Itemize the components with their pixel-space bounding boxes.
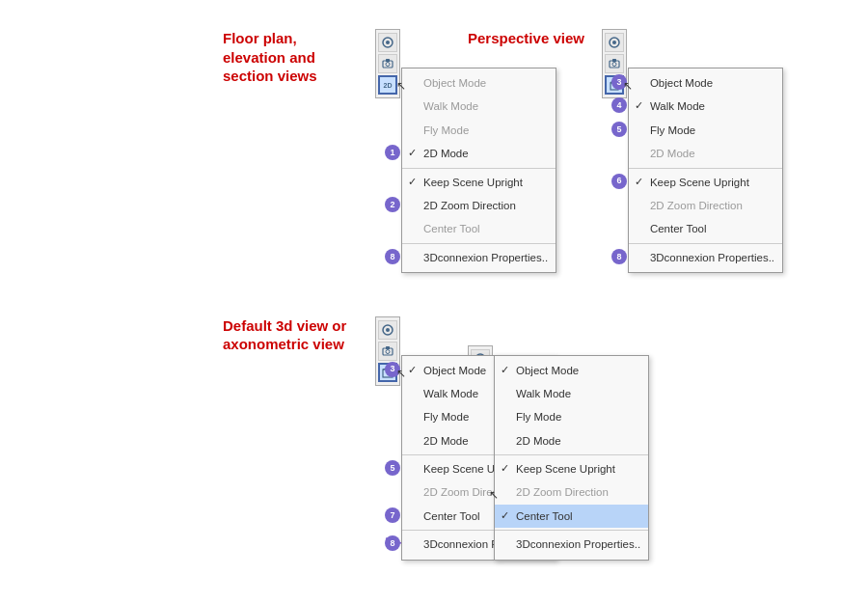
q2-label: Perspective view — [468, 29, 584, 48]
q3-label-container: Default 3d view or axonometric view ↖ — [223, 316, 400, 386]
q1-btn-top[interactable] — [378, 33, 397, 52]
q2-item-fly[interactable]: 5 Fly Mode — [629, 119, 782, 142]
q2-toolbar-area: ↖ 3 Object Mode 4 Walk Mode 5 Fly Mode 2… — [602, 29, 627, 98]
q3-btn-camera[interactable] — [378, 342, 397, 361]
q4-item-upright[interactable]: Keep Scene Upright — [495, 457, 648, 480]
q4-context-menu: Object Mode Walk Mode Fly Mode 2D Mode K… — [494, 355, 649, 561]
q2-btn-camera[interactable] — [605, 54, 624, 73]
q2-badge-5: 5 — [611, 122, 627, 137]
q3-toolbar-area: ↖ 3 Object Mode Walk Mode Fly Mode 2D Mo… — [375, 316, 400, 386]
q1-cursor: ↖ — [396, 79, 406, 93]
q3-badge-5: 5 — [385, 460, 400, 476]
main-container: Floor plan, elevation and section views … — [0, 0, 868, 603]
q3-badge-8: 8 — [385, 535, 400, 551]
svg-point-8 — [612, 63, 616, 67]
q2-item-2d[interactable]: 2D Mode — [629, 142, 782, 165]
svg-rect-9 — [612, 59, 616, 62]
q4-cursor: ↖ — [489, 488, 499, 502]
q2-cursor: ↖ — [623, 79, 633, 93]
q2-item-props[interactable]: 8 3Dconnexion Properties.. — [629, 246, 782, 269]
q1-item-fly[interactable]: Fly Mode — [402, 119, 556, 142]
q4-item-zoom[interactable]: 2D Zoom Direction — [495, 480, 648, 504]
q3-badge-7: 7 — [385, 507, 400, 523]
quadrant-3d: Default 3d view or axonometric view ↖ — [19, 307, 429, 585]
q4-item-fly[interactable]: Fly Mode — [495, 405, 648, 428]
q1-btn-camera[interactable] — [378, 54, 397, 73]
q1-item-center[interactable]: Center Tool — [402, 217, 556, 240]
q2-item-center[interactable]: Center Tool — [629, 217, 782, 240]
svg-rect-16 — [386, 346, 390, 349]
q1-badge-1: 1 — [385, 145, 400, 160]
q2-badge-8: 8 — [611, 249, 627, 264]
q4-item-object[interactable]: Object Mode — [495, 359, 648, 382]
q3-cursor: ↖ — [396, 367, 406, 380]
q3-label: Default 3d view or axonometric view — [223, 316, 358, 354]
q1-item-object[interactable]: Object Mode — [402, 71, 556, 95]
q1-badge-2: 2 — [385, 197, 400, 212]
q1-badge-8: 8 — [385, 249, 400, 264]
quadrant-floor-plan: Floor plan, elevation and section views … — [19, 19, 429, 297]
q2-item-object[interactable]: 3 Object Mode — [629, 71, 782, 95]
q2-btn-top[interactable] — [605, 33, 624, 52]
q2-item-upright[interactable]: 6 Keep Scene Upright — [629, 171, 782, 194]
q2-item-walk[interactable]: 4 Walk Mode — [629, 95, 782, 118]
q1-item-props[interactable]: 8 3Dconnexion Properties.. — [402, 246, 556, 269]
quadrant-result: Object Mode Walk Mode Fly Mode 2D Mode K… — [439, 307, 849, 585]
q1-btn-2d[interactable]: 2D — [378, 75, 397, 95]
q1-2d-icon: 2D — [384, 82, 393, 89]
svg-point-13 — [386, 328, 390, 332]
q1-label: Floor plan, elevation and section views — [223, 29, 358, 86]
q2-item-zoom[interactable]: 2D Zoom Direction — [629, 194, 782, 217]
q2-badge-6: 6 — [611, 174, 627, 189]
q2-badge-4: 4 — [611, 97, 627, 113]
svg-point-3 — [386, 63, 390, 67]
q1-label-container: Floor plan, elevation and section views … — [223, 29, 400, 98]
q4-item-props[interactable]: 3Dconnexion Properties.. — [495, 533, 648, 556]
q1-item-walk[interactable]: Walk Mode — [402, 95, 556, 118]
q1-item-2d[interactable]: 1 2D Mode — [402, 142, 556, 165]
q4-item-walk[interactable]: Walk Mode — [495, 382, 648, 405]
q1-toolbar-area: 2D ↖ Object Mode Walk Mode Fly Mode 1 2D… — [375, 29, 400, 98]
q1-item-upright[interactable]: Keep Scene Upright — [402, 171, 556, 194]
q4-item-center[interactable]: Center Tool — [495, 505, 648, 528]
q4-item-2d[interactable]: 2D Mode — [495, 429, 648, 452]
svg-rect-4 — [386, 59, 390, 62]
svg-point-1 — [386, 41, 390, 44]
q1-context-menu: Object Mode Walk Mode Fly Mode 1 2D Mode… — [401, 68, 556, 273]
q2-context-menu: 3 Object Mode 4 Walk Mode 5 Fly Mode 2D … — [628, 68, 783, 273]
svg-point-6 — [612, 41, 616, 44]
q1-item-zoom[interactable]: 2 2D Zoom Direction — [402, 194, 556, 217]
svg-point-15 — [386, 349, 390, 353]
q3-btn-top[interactable] — [378, 320, 397, 340]
